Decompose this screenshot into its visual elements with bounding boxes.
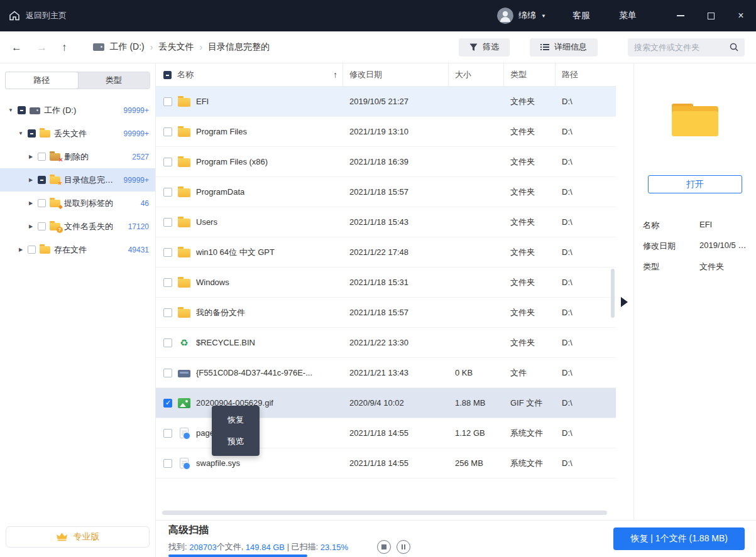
- context-menu-item[interactable]: 预览: [212, 431, 260, 452]
- tree-item[interactable]: 文件名丢失的 17120: [0, 215, 155, 238]
- tree-count: 17120: [128, 222, 149, 231]
- tree-checkbox[interactable]: [18, 106, 26, 114]
- row-checkbox[interactable]: [163, 158, 172, 166]
- expand-arrow-icon[interactable]: [8, 107, 14, 113]
- context-menu-item[interactable]: 恢复: [212, 409, 260, 431]
- file-name-cell: Program Files: [156, 127, 343, 137]
- select-all-checkbox[interactable]: [163, 71, 172, 79]
- file-row[interactable]: Users 2021/1/18 15:43 文件夹 D:\: [156, 207, 616, 237]
- account-menu[interactable]: 绵绵 ▼: [497, 8, 546, 24]
- row-checkbox[interactable]: [163, 97, 172, 106]
- expand-arrow-icon[interactable]: [28, 177, 34, 183]
- forward-button[interactable]: →: [36, 42, 47, 53]
- column-header-type[interactable]: 类型: [504, 63, 556, 86]
- row-checkbox[interactable]: [163, 188, 172, 197]
- file-row[interactable]: Windows 2021/1/18 15:31 文件夹 D:\: [156, 268, 616, 298]
- expand-arrow-icon[interactable]: [18, 131, 24, 136]
- preview-field-label: 名称: [643, 220, 699, 231]
- search-box[interactable]: [628, 38, 745, 57]
- tree-item[interactable]: 丢失文件 99999+: [0, 122, 155, 145]
- expand-arrow-icon[interactable]: [28, 154, 34, 160]
- breadcrumb-label[interactable]: 工作 (D:): [110, 41, 145, 53]
- expand-arrow-icon[interactable]: [28, 200, 34, 206]
- breadcrumb-item[interactable]: › 丢失文件: [145, 41, 194, 53]
- stop-scan-button[interactable]: [377, 540, 391, 554]
- vertical-scrollbar[interactable]: [611, 269, 615, 318]
- tree-folder-icon: [50, 176, 60, 184]
- tree-item[interactable]: 目录信息完整的 99999+: [0, 168, 155, 192]
- file-row[interactable]: win10 64位 中文 GPT 2021/1/22 17:48 文件夹 D:\: [156, 237, 616, 268]
- breadcrumb-item[interactable]: › 目录信息完整的: [194, 41, 270, 53]
- home-button[interactable]: 返回到主页: [9, 10, 67, 21]
- tree-checkbox[interactable]: [38, 222, 46, 230]
- row-checkbox[interactable]: [163, 218, 172, 227]
- tree-count: 2527: [132, 153, 149, 161]
- filter-button[interactable]: 筛选: [459, 38, 510, 57]
- row-checkbox[interactable]: [163, 338, 172, 347]
- tree-folder-icon: [50, 153, 60, 161]
- tree-folder-icon: [30, 107, 40, 114]
- column-header-path[interactable]: 路径: [556, 63, 616, 86]
- column-header-size[interactable]: 大小: [449, 63, 504, 86]
- file-row[interactable]: ProgramData 2021/1/18 15:57 文件夹 D:\: [156, 177, 616, 207]
- search-input[interactable]: [634, 43, 730, 52]
- file-row[interactable]: 我的备份文件 2021/1/18 15:57 文件夹 D:\: [156, 298, 616, 328]
- column-header-date[interactable]: 修改日期: [343, 63, 449, 86]
- sidebar-tab[interactable]: 路径: [6, 72, 78, 89]
- file-name-cell: Users: [156, 217, 343, 227]
- expand-arrow-icon[interactable]: [18, 247, 24, 252]
- support-link[interactable]: 客服: [572, 10, 590, 21]
- expand-arrow-icon[interactable]: [28, 224, 34, 229]
- tree-item[interactable]: 存在文件 49431: [0, 238, 155, 261]
- file-row[interactable]: Program Files 2021/1/19 13:10 文件夹 D:\: [156, 117, 616, 147]
- maximize-button[interactable]: [696, 0, 726, 31]
- tree-checkbox[interactable]: [28, 246, 36, 254]
- chevron-down-icon: ▼: [541, 13, 546, 19]
- recover-button[interactable]: 恢复 | 1个文件 (1.88 MB): [613, 527, 745, 550]
- tree-item[interactable]: 删除的 2527: [0, 145, 155, 168]
- scan-info-segment: 149.84 GB: [246, 543, 285, 552]
- collapse-panel-arrow-icon[interactable]: [621, 297, 628, 307]
- column-header-name[interactable]: 名称 ↑: [156, 63, 343, 86]
- scan-progress-fill: [168, 554, 307, 557]
- file-row[interactable]: {F551C0D8-4D37-441c-976E-... 2021/1/21 1…: [156, 358, 616, 388]
- row-checkbox[interactable]: [163, 429, 172, 438]
- minimize-button[interactable]: [666, 0, 696, 31]
- sidebar-tab-label: 类型: [106, 75, 122, 86]
- tree-item[interactable]: 工作 (D:) 99999+: [0, 99, 155, 122]
- horizontal-scrollbar[interactable]: [162, 511, 607, 515]
- pause-scan-button[interactable]: [397, 540, 410, 554]
- up-button[interactable]: ↑: [62, 42, 67, 53]
- breadcrumb-item[interactable]: › 工作 (D:): [110, 41, 145, 53]
- tree-label: 工作 (D:): [44, 105, 120, 116]
- file-row[interactable]: Program Files (x86) 2021/1/18 16:39 文件夹 …: [156, 147, 616, 177]
- file-type: 文件: [504, 367, 556, 379]
- row-checkbox[interactable]: [163, 248, 172, 257]
- tree-checkbox[interactable]: [38, 199, 46, 207]
- sort-ascending-icon[interactable]: ↑: [333, 70, 337, 80]
- row-checkbox[interactable]: [163, 399, 172, 408]
- close-button[interactable]: ×: [726, 0, 756, 31]
- breadcrumb-label[interactable]: 目录信息完整的: [208, 41, 270, 53]
- tree-checkbox[interactable]: [38, 153, 46, 161]
- breadcrumb-label[interactable]: 丢失文件: [158, 41, 194, 53]
- sidebar-tab[interactable]: 类型: [78, 72, 150, 89]
- toolbar-right: 筛选 详细信息: [439, 38, 745, 57]
- breadcrumb-separator-icon: ›: [150, 42, 153, 52]
- row-checkbox[interactable]: [163, 308, 172, 317]
- tree-checkbox[interactable]: [28, 129, 36, 138]
- menu-link[interactable]: 菜单: [619, 10, 637, 21]
- file-row[interactable]: $RECYCLE.BIN 2021/1/22 13:30 文件夹 D:\: [156, 328, 616, 358]
- back-button[interactable]: ←: [11, 42, 22, 53]
- file-row[interactable]: EFI 2019/10/5 21:27 文件夹 D:\: [156, 87, 616, 117]
- tree-item[interactable]: 提取到标签的 46: [0, 192, 155, 215]
- row-checkbox[interactable]: [163, 278, 172, 287]
- tree-checkbox[interactable]: [38, 176, 46, 184]
- row-checkbox[interactable]: [163, 369, 172, 377]
- search-icon[interactable]: [730, 43, 738, 51]
- view-details-button[interactable]: 详细信息: [530, 38, 598, 57]
- row-checkbox[interactable]: [163, 127, 172, 136]
- upgrade-pro-button[interactable]: 专业版: [6, 526, 150, 548]
- open-button[interactable]: 打开: [648, 175, 742, 193]
- row-checkbox[interactable]: [163, 459, 172, 468]
